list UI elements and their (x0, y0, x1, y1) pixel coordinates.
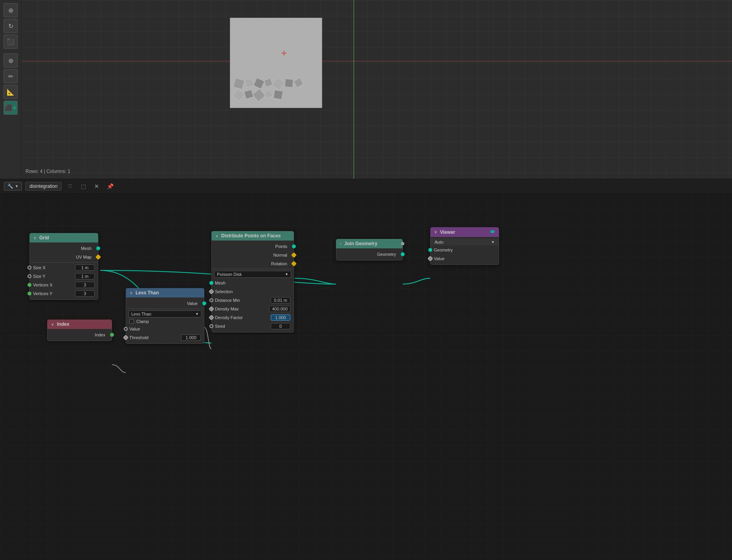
join-right-socket[interactable] (401, 242, 404, 245)
grid-verty-label: Vertices Y (33, 291, 52, 296)
dist-densmax-socket[interactable] (209, 306, 214, 312)
join-geom-output: Geometry (336, 250, 402, 259)
favorite-btn[interactable]: ♡ (65, 181, 75, 191)
grid-vertx-socket[interactable] (28, 283, 31, 287)
viewer-geom-input: Geometry (431, 246, 499, 254)
node-type-menu[interactable]: 🔧 ▼ (4, 182, 22, 191)
measure-btn[interactable]: 📐 (4, 85, 18, 99)
add-btn[interactable]: ⬛+ (4, 101, 18, 115)
grid-verty-socket[interactable] (28, 292, 31, 296)
dist-densmax-value[interactable]: 400.000 (269, 306, 290, 312)
node-distribute-header[interactable]: ∨ Distribute Points on Faces (211, 231, 294, 241)
lt-clamp-label: Clamp (136, 319, 149, 324)
lt-value-socket[interactable] (202, 301, 206, 305)
lt-clamp-row: Clamp (126, 318, 204, 325)
viewer-value-label: Value (434, 256, 444, 261)
viewer-geom-label: Geometry (434, 248, 453, 252)
grid-mesh-label: Mesh (33, 246, 94, 251)
grid-sizey-label: Size Y (33, 274, 46, 279)
copy-btn[interactable]: ⬚ (78, 181, 88, 191)
dist-mesh-input: Mesh (212, 279, 294, 287)
node-viewer: ∨ Viewer 👁 Auto ▼ Geometry Value (430, 227, 499, 265)
dist-distmin-socket[interactable] (209, 298, 213, 302)
move-tool-btn[interactable]: ⊕ (4, 3, 18, 17)
node-name-field[interactable]: disintegration (25, 182, 62, 191)
dist-seed-socket[interactable] (209, 324, 213, 328)
lt-threshold-value[interactable]: 1.000 (181, 334, 201, 341)
lt-clamp-checkbox[interactable] (129, 319, 134, 324)
node-viewer-title: Viewer (440, 230, 455, 235)
viewer-value-socket[interactable] (427, 256, 433, 261)
dist-seed-value[interactable]: 0 (271, 323, 290, 329)
bottom-toolbar: 🔧 ▼ disintegration ♡ ⬚ ✕ 📌 (0, 179, 732, 194)
grid-vertx-label: Vertices X (33, 283, 53, 287)
dist-selection-socket[interactable] (209, 289, 214, 294)
close-btn[interactable]: ✕ (92, 181, 102, 191)
node-distribute-title: Distribute Points on Faces (221, 233, 281, 239)
dist-normal-label: Normal (215, 253, 290, 257)
dist-densfactor-socket[interactable] (209, 315, 214, 320)
dist-normal-output: Normal (212, 251, 294, 259)
grid-sizex-row: Size X 1 m (30, 263, 98, 272)
node-viewer-body: Auto ▼ Geometry Value (430, 237, 499, 265)
node-lessthan-header[interactable]: ∨ Less Than (126, 288, 204, 297)
transform-tool-btn[interactable]: ⊕ (4, 53, 18, 68)
lt-value-input: Value (126, 325, 204, 333)
lt-dropdown-row: Less Than ▼ (126, 310, 204, 318)
rotate-tool-btn[interactable]: ↻ (4, 19, 18, 33)
dist-dropdown-arrow: ▼ (285, 272, 288, 276)
lt-input-socket[interactable] (124, 327, 128, 331)
grid-uvmap-output: UV Map (30, 253, 98, 261)
dist-distmin-row: Distance Min 0.01 m (212, 296, 294, 305)
node-grid-title: Grid (39, 235, 49, 241)
grid-sizex-socket[interactable] (28, 266, 31, 270)
pin-btn[interactable]: 📌 (105, 181, 115, 191)
dist-mesh-label: Mesh (215, 281, 226, 285)
lt-threshold-row: Threshold 1.000 (126, 333, 204, 342)
viewer-eye-icon[interactable]: 👁 (490, 229, 495, 235)
dist-dropdown-label: Poisson Disk (217, 272, 242, 277)
dist-rotation-output: Rotation (212, 259, 294, 268)
grid-sizex-value[interactable]: 1 m (75, 264, 95, 271)
viewer-dropdown-label: Auto (435, 240, 444, 244)
lt-dropdown[interactable]: Less Than ▼ (128, 310, 202, 318)
dist-points-socket[interactable] (292, 244, 296, 248)
dist-rotation-socket[interactable] (291, 261, 297, 266)
collapse-arrow-index: ∨ (51, 322, 54, 327)
dist-densmax-label: Density Max (215, 307, 239, 311)
index-output-socket[interactable] (110, 333, 114, 337)
annotate-btn[interactable]: ✏ (4, 69, 18, 83)
node-grid-body: Mesh UV Map Size X 1 m Size Y 1 m (29, 242, 98, 300)
lt-threshold-label: Threshold (129, 335, 149, 340)
node-lessthan-body: Value Less Than ▼ Clamp Value Threshold (126, 297, 204, 344)
node-index-header[interactable]: ∨ Index (47, 319, 112, 329)
grid-mesh-socket[interactable] (96, 246, 100, 250)
grid-sizey-socket[interactable] (28, 274, 31, 278)
dist-normal-socket[interactable] (291, 252, 297, 258)
lt-threshold-socket[interactable] (123, 335, 128, 340)
join-output-socket[interactable] (401, 252, 405, 256)
dist-mesh-socket[interactable] (209, 281, 213, 285)
grid-verty-row: Vertices Y 3 (30, 289, 98, 298)
grid-verty-value[interactable]: 3 (75, 290, 95, 297)
dist-dropdown[interactable]: Poisson Disk ▼ (214, 271, 291, 278)
lt-input-label: Value (129, 327, 140, 331)
viewport-canvas[interactable]: ✛ Rows: 4 | Columns: 1 (22, 0, 732, 179)
node-grid-header[interactable]: ∨ Grid (29, 233, 98, 242)
dist-densfactor-value[interactable]: 1.000 (271, 314, 290, 321)
node-join-header[interactable]: › Join Geometry (336, 239, 403, 248)
scale-tool-btn[interactable]: ⬛ (4, 35, 18, 49)
node-editor[interactable]: ∨ Grid Mesh UV Map Size X 1 m Size Y (0, 194, 732, 560)
dist-distmin-value[interactable]: 0.01 m (271, 297, 290, 303)
grid-mesh-output: Mesh (30, 244, 98, 253)
dist-seed-label: Seed (215, 324, 225, 329)
dist-rotation-label: Rotation (215, 261, 290, 266)
grid-uvmap-socket[interactable] (95, 254, 101, 260)
grid-sizey-value[interactable]: 1 m (75, 273, 95, 279)
viewer-auto-dropdown[interactable]: Auto ▼ (431, 239, 499, 246)
grid-vertx-value[interactable]: 3 (75, 282, 95, 288)
crosshair-vertical (354, 0, 354, 179)
viewer-geom-socket[interactable] (428, 248, 432, 252)
node-viewer-header[interactable]: ∨ Viewer 👁 (430, 227, 499, 237)
join-output-label: Geometry (339, 252, 398, 257)
